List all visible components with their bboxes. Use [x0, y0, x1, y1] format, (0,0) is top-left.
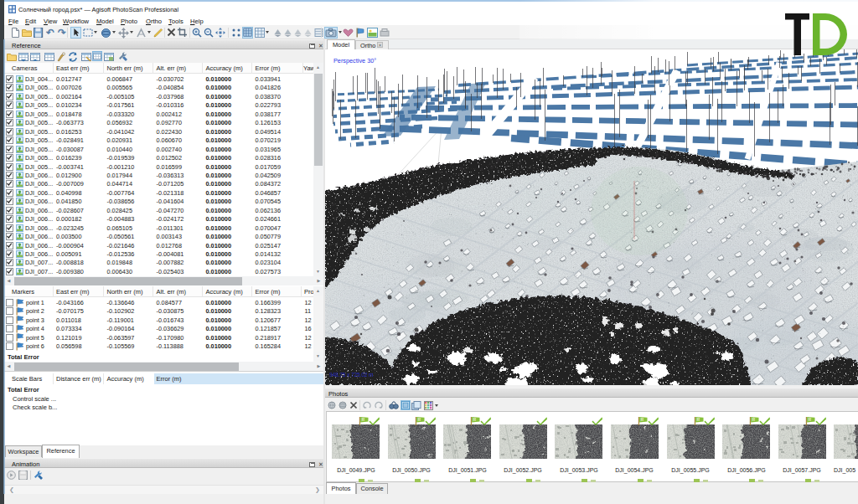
svg-text:R: R — [473, 417, 476, 422]
svg-text:R: R — [417, 417, 421, 422]
svg-text:R: R — [808, 417, 811, 422]
svg-text:R: R — [640, 417, 644, 422]
svg-text:R: R — [361, 417, 364, 422]
svg-text:R: R — [696, 417, 700, 422]
svg-text:R: R — [752, 417, 755, 422]
